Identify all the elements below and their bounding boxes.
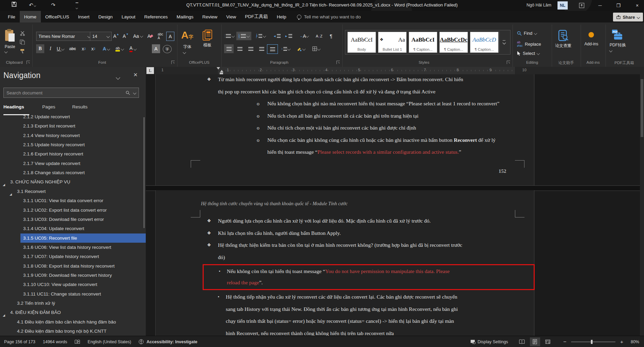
nav-heading-item[interactable]: 2.1.6 Export history reconvert — [0, 149, 146, 159]
find-button[interactable]: Find — [517, 31, 537, 36]
subscript-button[interactable]: x2 — [80, 44, 88, 53]
doc-paragraph[interactable]: ❖Người dùng lựa chọn cấu hình cần xử lý … — [218, 215, 518, 227]
nav-tab-pages[interactable]: Pages — [42, 104, 55, 109]
nav-heading-item[interactable]: 3.1.10 UC10: View update reconvert — [0, 280, 146, 289]
ribbon-display-options-icon[interactable] — [575, 0, 588, 11]
language-indicator[interactable]: English (United States) — [88, 340, 131, 344]
officeplus-font-button[interactable]: A字 字体 — [181, 29, 193, 55]
tab-pdf工具箱[interactable]: PDF工具箱 — [240, 11, 272, 22]
officeplus-template-button[interactable]: 模板 — [202, 29, 213, 48]
style-card-body[interactable]: AaBbCcIBody — [347, 32, 376, 53]
tell-me-box[interactable]: Tell me what you want to do — [297, 11, 361, 22]
nav-heading-item[interactable]: 2.1.8 Change status reconvert — [0, 168, 146, 177]
nav-heading-item[interactable]: 2.1.4 View history reconvert — [0, 131, 146, 140]
replace-button[interactable]: ab⇄ac Replace — [517, 41, 541, 47]
doc-paragraph[interactable]: ❖Khi lựa chọn tên cấu hình, người dùng b… — [218, 227, 518, 239]
align-left-icon[interactable] — [224, 44, 234, 53]
search-input[interactable]: Search document — [3, 88, 139, 98]
asian-layout-icon[interactable]: ↔A — [298, 32, 310, 40]
increase-indent-icon[interactable]: ► — [283, 32, 294, 40]
style-card-caption-italic-blue[interactable]: AaBbCcD¶ Caption... — [470, 32, 499, 53]
clipboard-dialog-launcher-icon[interactable]: ↘ — [27, 61, 30, 64]
doc-paragraph[interactable]: ❖Từ màn hình reconvert người dùng lựa ch… — [218, 73, 518, 97]
addins-button[interactable]: Add-ins — [584, 29, 598, 46]
numbering-icon[interactable]: 123 — [236, 32, 251, 40]
doc-paragraph[interactable]: oNếu không chọn bản ghi nào mà reconvert… — [218, 97, 518, 110]
paragraph-dialog-launcher-icon[interactable]: ↘ — [336, 61, 340, 64]
grow-font-icon[interactable]: A▲ — [112, 32, 121, 40]
style-card-bullet[interactable]: ❖AaBullet List 1 — [378, 32, 407, 53]
strikethrough-button[interactable]: abc — [67, 44, 78, 53]
nav-tab-results[interactable]: Results — [72, 104, 88, 109]
paste-button[interactable]: Paste — [4, 29, 16, 54]
styles-dialog-launcher-icon[interactable]: ↘ — [507, 61, 510, 64]
nav-heading-item[interactable]: 2.1.2 Update reconvert — [0, 115, 146, 121]
bullets-icon[interactable]: ∙∙∙ — [224, 32, 234, 40]
distribute-icon[interactable] — [267, 44, 278, 54]
page-indicator[interactable]: Page 156 of 173 — [4, 340, 35, 344]
zoom-slider-thumb[interactable] — [591, 340, 593, 344]
nav-heading-item[interactable]: 3.1.3 UC03: Download file convert error — [0, 215, 146, 224]
select-button[interactable]: Select — [517, 51, 539, 56]
multilevel-list-icon[interactable]: 1ai — [253, 32, 268, 40]
document-scrollbar[interactable] — [640, 74, 644, 336]
superscript-button[interactable]: x2 — [89, 44, 97, 53]
read-mode-button[interactable] — [517, 337, 527, 346]
bold-button[interactable]: B — [36, 44, 44, 53]
account-avatar[interactable]: NL — [557, 1, 568, 10]
tab-help[interactable]: Help — [272, 11, 291, 22]
change-case-icon[interactable]: Aa — [132, 32, 144, 40]
font-color-icon[interactable]: A — [127, 44, 138, 53]
nav-heading-item[interactable]: 2.1.3 Export list reconvert — [0, 121, 146, 131]
accessibility-icon[interactable] — [139, 339, 144, 344]
doc-paragraph[interactable]: oNếu chọn các bản ghi không cùng cấu hìn… — [218, 134, 518, 158]
proofing-icon[interactable] — [75, 340, 80, 344]
nav-heading-item[interactable]: 3.1.1 UC01: View list data convert error — [0, 196, 146, 205]
nav-heading-item[interactable]: 4.2 Điều kiện đảm bảo trong nội bộ K.CNT… — [0, 327, 146, 336]
pdf-convert-button[interactable]: PDF PDF转换 — [610, 29, 626, 53]
print-layout-button[interactable] — [530, 337, 540, 346]
nav-heading-item[interactable]: 3.1.5 UC05: Reconvert file — [0, 233, 146, 243]
account-name[interactable]: Ngô Hải Lâm — [527, 3, 551, 7]
first-line-indent-marker[interactable] — [217, 67, 220, 70]
nav-heading-item[interactable]: 3.1.2 UC02: Export list data convert err… — [0, 206, 146, 215]
phonetic-guide-icon[interactable]: abcA — [156, 32, 165, 40]
zoom-in-button[interactable]: + — [620, 339, 623, 345]
borders-icon[interactable] — [310, 44, 322, 53]
shrink-font-icon[interactable]: A▼ — [121, 32, 130, 40]
navigation-close-icon[interactable]: × — [133, 71, 138, 79]
text-effects-icon[interactable]: A — [101, 44, 112, 53]
tab-references[interactable]: References — [140, 11, 172, 22]
tab-selector[interactable]: L — [146, 67, 154, 74]
doc-paragraph[interactable]: oNếu tích chọn all bản ghi reconvert tất… — [218, 110, 518, 122]
nav-heading-item[interactable]: 3.1.7 UC07: Update history reconvert — [0, 252, 146, 261]
nav-heading-item[interactable]: 3.1.11 UC11: Change status reconvert — [0, 289, 146, 299]
nav-heading-item[interactable]: 3.1.9 UC09: Download file reconvert hist… — [0, 271, 146, 280]
align-center-icon[interactable] — [235, 44, 245, 53]
zoom-out-button[interactable]: − — [563, 339, 566, 345]
hanging-indent-marker[interactable] — [220, 70, 223, 72]
nav-heading-item[interactable]: 3.2 Tiến trình xử lý — [0, 299, 146, 308]
highlight-color-icon[interactable]: ab — [114, 44, 125, 53]
copy-icon[interactable] — [20, 40, 25, 45]
tab-design[interactable]: Design — [94, 11, 117, 22]
search-options-icon[interactable] — [133, 91, 137, 94]
doc-paragraph[interactable]: ▪Nếu không còn tồn tại hiển thị toast me… — [219, 266, 527, 288]
tab-mailings[interactable]: Mailings — [172, 11, 198, 22]
shading-icon[interactable] — [295, 44, 307, 53]
pilcrow-icon[interactable]: ¶ — [327, 32, 335, 40]
display-settings-button[interactable]: Display Settings — [470, 340, 508, 344]
nav-heading-item[interactable]: ◢3.1 Reconvert — [0, 187, 146, 196]
font-size-combo[interactable]: 14 — [90, 32, 112, 41]
decrease-indent-icon[interactable]: ◄ — [272, 32, 282, 40]
nav-heading-item[interactable]: ◢4. ĐIỀU KIỆN ĐẢM BẢO — [0, 308, 146, 317]
character-shading-icon[interactable]: A — [152, 44, 160, 53]
doc-paragraph[interactable]: oNếu chỉ tích chọn một vài bản ghi recon… — [218, 122, 518, 134]
doc-paragraph[interactable]: ❖Hệ thống thực hiện kiểm tra bản còn tồn… — [218, 239, 518, 263]
close-button[interactable]: × — [630, 0, 644, 11]
tab-home[interactable]: Home — [20, 11, 41, 22]
page1-text[interactable]: ❖Từ màn hình reconvert người dùng lựa ch… — [218, 73, 518, 158]
nav-heading-item[interactable]: 3.1.6 UC06: View list data history recon… — [0, 243, 146, 252]
tab-layout[interactable]: Layout — [117, 11, 140, 22]
font-dialog-launcher-icon[interactable]: ↘ — [171, 61, 175, 64]
